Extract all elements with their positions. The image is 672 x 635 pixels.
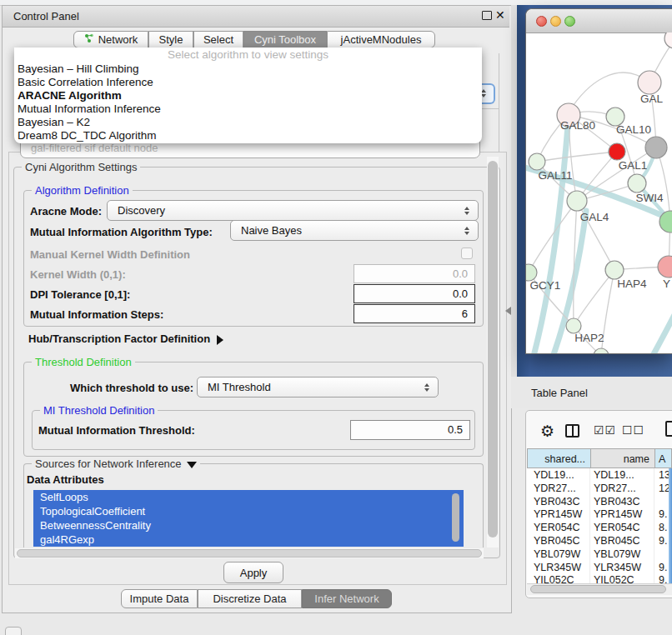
gear-icon[interactable]: ⚙	[540, 422, 554, 440]
table-row[interactable]: YDL19...YDL19...13	[527, 468, 672, 482]
combo-arrows-icon	[459, 207, 474, 215]
node-label: Y	[663, 278, 670, 290]
mi-threshold-field[interactable]: 0.5	[350, 420, 470, 440]
groupbox-border-line	[482, 108, 499, 109]
network-node[interactable]	[594, 348, 609, 354]
tab-label: Infer Network	[314, 592, 379, 605]
settings-vscrollbar-thumb[interactable]	[488, 161, 498, 538]
attribute-item-selected[interactable]: gal4RGexp	[33, 532, 464, 547]
close-traffic-icon[interactable]	[536, 16, 547, 27]
network-node-GAL1[interactable]	[628, 174, 646, 192]
tab-style[interactable]: Style	[148, 31, 193, 48]
table-cell: YBR043C	[590, 495, 654, 508]
network-svg[interactable]: GALGAL80GAL10GAL1SWI4GAL11GAL4HAP4YGCY1H…	[526, 32, 672, 354]
close-icon[interactable]: ✕	[495, 8, 505, 22]
table-cell: YDR27...	[527, 482, 590, 495]
minimize-traffic-icon[interactable]	[550, 16, 561, 27]
table-cell: YDR27...	[590, 482, 654, 495]
float-window-icon[interactable]	[482, 11, 492, 20]
algorithm-option-selected[interactable]: ARACNE Algorithm	[14, 89, 482, 102]
algorithm-option[interactable]: Dream8 DC_TDC Algorithm	[14, 129, 482, 142]
network-node-GAL4[interactable]	[567, 191, 587, 211]
table-document-icon[interactable]	[665, 421, 672, 437]
tab-infer-network[interactable]: Infer Network	[302, 589, 392, 608]
network-node[interactable]	[645, 137, 667, 158]
column-header-shared-name[interactable]: shared...	[527, 448, 590, 468]
sources-group-title[interactable]: Sources for Network Inference	[32, 458, 200, 470]
list-scrollbar-thumb[interactable]	[452, 493, 459, 542]
node-label: HAP2	[574, 332, 604, 344]
tab-cyni-toolbox[interactable]: Cyni Toolbox	[243, 31, 327, 48]
tab-discretize-data[interactable]: Discretize Data	[198, 589, 302, 608]
aracne-mode-combo[interactable]: Discovery	[107, 200, 479, 221]
kernel-width-field[interactable]: 0.0	[354, 264, 475, 283]
network-edge	[569, 72, 649, 112]
corner-button[interactable]	[5, 627, 22, 635]
tab-label: Cyni Toolbox	[254, 33, 316, 46]
attribute-item-selected[interactable]: TopologicalCoefficient	[33, 504, 464, 518]
table-row[interactable]: YIL052CYIL052C9.	[527, 573, 672, 583]
attribute-item-selected[interactable]: SelfLoops	[33, 490, 464, 504]
node-label: GAL11	[538, 169, 572, 182]
table-cell: YER054C	[590, 521, 654, 534]
tab-select[interactable]: Select	[193, 31, 243, 48]
table-vscrollbar-thumb[interactable]	[669, 468, 672, 583]
network-window-titlebar[interactable]	[526, 9, 672, 33]
table-row[interactable]: YDR27...YDR27...12	[527, 482, 672, 495]
table-row[interactable]: YBR043CYBR043C	[527, 495, 672, 508]
table-cell: YBL079W	[527, 548, 590, 561]
table-row[interactable]: YPR145WYPR145W9.	[527, 508, 672, 521]
which-threshold-combo[interactable]: MI Threshold	[197, 377, 439, 398]
column-header-partial[interactable]: A	[654, 448, 672, 468]
tab-jactivemnodules[interactable]: jActiveMNodules	[327, 31, 435, 48]
manual-kernel-checkbox[interactable]	[461, 248, 473, 259]
manual-kernel-label: Manual Kernel Width Definition	[30, 248, 190, 261]
table-rows: YDL19...YDL19...13YDR27...YDR27...12YBR0…	[527, 468, 672, 583]
settings-hscrollbar-thumb[interactable]	[17, 549, 482, 558]
table-row[interactable]: YLR345WYLR345W9.	[527, 561, 672, 574]
table-row[interactable]: YBL079WYBL079W	[527, 548, 672, 561]
select-all-icon[interactable]: ☑☑	[594, 423, 616, 437]
table-cell: YIL052C	[590, 573, 654, 583]
algorithm-option[interactable]: Basic Correlation Inference	[14, 76, 482, 89]
network-node-GAL11[interactable]	[529, 153, 545, 170]
panel-collapse-arrow-icon[interactable]	[505, 307, 511, 315]
table-row[interactable]: YER054CYER054C8.	[527, 521, 672, 534]
table-cell: YIL052C	[527, 573, 590, 583]
apply-button[interactable]: Apply	[223, 562, 283, 583]
tab-network[interactable]: Network	[73, 31, 148, 48]
columns-icon[interactable]	[565, 424, 579, 438]
hub-definition-label: Hub/Transcription Factor Definition	[28, 332, 210, 345]
mi-steps-label: Mutual Information Steps:	[30, 308, 163, 321]
algorithm-option[interactable]: Bayesian – Hill Climbing	[14, 62, 482, 76]
network-node-GAL[interactable]	[638, 71, 661, 94]
table-hscrollbar-thumb[interactable]	[530, 585, 666, 593]
tab-label: jActiveMNodules	[341, 33, 422, 46]
node-label: GAL80	[560, 119, 595, 132]
data-attributes-list: SelfLoops TopologicalCoefficient Between…	[33, 490, 464, 548]
column-header-name[interactable]: name	[590, 448, 654, 468]
network-node-GCY1[interactable]	[526, 264, 537, 281]
panel-border-line	[499, 53, 499, 152]
node-label: GAL	[640, 92, 664, 105]
mi-steps-field[interactable]: 6	[354, 304, 475, 323]
network-node[interactable]	[609, 143, 625, 160]
network-node-HAP4[interactable]	[605, 261, 624, 279]
zoom-traffic-icon[interactable]	[564, 16, 575, 27]
table-row[interactable]: YBR045CYBR045C9.	[527, 534, 672, 548]
hub-definition-expander[interactable]: Hub/Transcription Factor Definition	[28, 332, 223, 345]
attribute-item-selected[interactable]: BetweennessCentrality	[33, 518, 464, 532]
algorithm-option[interactable]: Bayesian – K2	[14, 116, 482, 129]
network-node-Y[interactable]	[658, 256, 672, 278]
group-title: MI Threshold Definition	[40, 404, 158, 417]
table-cell: YBR045C	[590, 534, 654, 548]
dpi-tolerance-field[interactable]: 0.0	[354, 284, 475, 303]
mi-type-combo[interactable]: Naive Bayes	[230, 220, 479, 241]
deselect-all-icon[interactable]: ☐☐	[622, 423, 644, 437]
algorithm-option[interactable]: Mutual Information Inference	[14, 102, 482, 116]
tab-impute-data[interactable]: Impute Data	[121, 589, 198, 608]
algorithm-dropdown-list: Select algorithm to view settings Bayesi…	[14, 48, 482, 143]
screen: Control Panel ✕ Network Style Select Cyn…	[0, 0, 672, 635]
tab-label: Select	[203, 33, 233, 46]
network-node[interactable]	[664, 32, 672, 48]
